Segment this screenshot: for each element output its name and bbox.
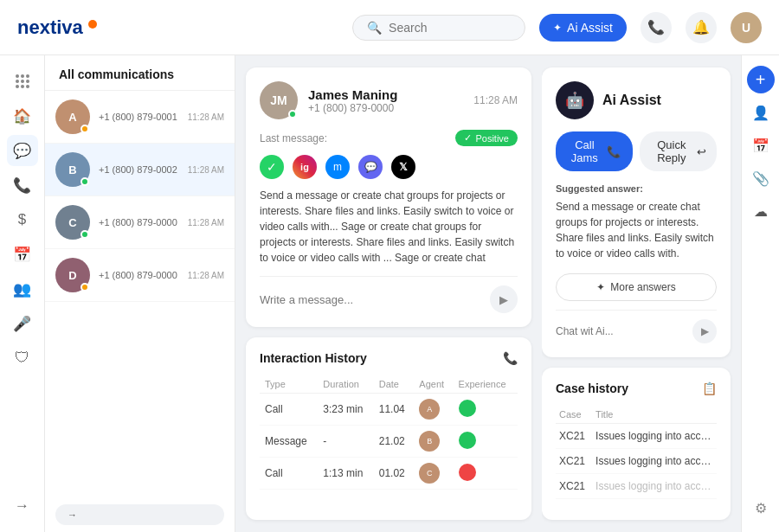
- list-item[interactable]: D +1 (800) 879-0000 11:28 AM: [45, 249, 235, 302]
- conv-info: +1 (800) 879-0002: [99, 164, 179, 175]
- sidebar-item-phone[interactable]: 📞: [7, 170, 38, 201]
- phone-icon: 📞: [13, 176, 31, 195]
- search-icon: 🔍: [367, 21, 382, 35]
- sentiment-badge: ✓ Positive: [455, 130, 518, 146]
- table-row: XC21 Issues logging into account....: [556, 449, 717, 474]
- arrow-icon: →: [68, 510, 77, 520]
- case-history-card: Case history 📋 Case Title XC21 Issues lo…: [542, 368, 731, 520]
- row-exp: [454, 426, 518, 458]
- agent-avatar: C: [419, 463, 440, 484]
- chat-user-info: James Maning +1 (800) 879-0000: [308, 87, 463, 114]
- avatar[interactable]: U: [731, 12, 762, 43]
- case-card-header: Case history 📋: [556, 381, 717, 395]
- row-date: 21.02: [374, 426, 415, 458]
- send-button[interactable]: ▶: [490, 285, 518, 313]
- call-james-button[interactable]: Call Jams 📞: [556, 131, 633, 171]
- conv-time-area: 11:28 AM: [188, 218, 224, 228]
- conv-phone: +1 (800) 879-0000: [99, 270, 179, 280]
- case-icon: 📋: [702, 381, 717, 395]
- sidebar-item-home[interactable]: 🏠: [7, 100, 38, 131]
- sidebar-item-grid[interactable]: [7, 66, 38, 97]
- list-item[interactable]: C +1 (800) 879-0000 11:28 AM: [45, 196, 235, 249]
- list-item[interactable]: A +1 (800) 879-0001 11:28 AM: [45, 91, 235, 144]
- chat-body-text: Send a message or create chat groups for…: [260, 188, 518, 266]
- conv-time: 11:28 AM: [188, 218, 224, 228]
- col-experience: Experience: [454, 375, 518, 394]
- logo: nextiva: [17, 16, 97, 39]
- sidebar-item-shield[interactable]: 🛡: [7, 343, 38, 374]
- phone-icon: 📞: [607, 145, 621, 158]
- paperclip-button[interactable]: 📎: [747, 164, 775, 192]
- col-duration: Duration: [318, 375, 373, 394]
- row-duration: 1:13 min: [318, 458, 373, 490]
- quick-reply-button[interactable]: Quick Reply ↩: [640, 131, 717, 171]
- grid-icon: [16, 74, 29, 88]
- row-agent: B: [414, 426, 453, 458]
- list-item[interactable]: B +1 (800) 879-0002 11:28 AM: [45, 144, 235, 196]
- add-button[interactable]: +: [747, 66, 775, 93]
- conversations-list: A +1 (800) 879-0001 11:28 AM B +1 (800) …: [45, 91, 235, 497]
- refresh-icon: ↩: [697, 145, 706, 158]
- logo-dot: [88, 20, 97, 29]
- chat-user-phone: +1 (800) 879-0000: [308, 102, 463, 114]
- history-title: Interaction History: [260, 351, 367, 365]
- top-nav: nextiva 🔍 ✦ Ai Assist 📞 🔔 U: [0, 0, 779, 55]
- sidebar-item-calendar[interactable]: 📅: [7, 239, 38, 270]
- home-icon: 🏠: [13, 107, 31, 125]
- ai-logo-icon: 🤖: [565, 91, 584, 110]
- table-row: Message - 21.02 B: [260, 426, 518, 458]
- ai-assist-label: Ai Assist: [567, 21, 613, 35]
- whatsapp-icon[interactable]: ✓: [260, 155, 284, 179]
- chat-input[interactable]: [260, 293, 483, 306]
- more-answers-label: More answers: [610, 281, 675, 293]
- chat-user-avatar: JM: [260, 81, 298, 119]
- search-bar[interactable]: 🔍: [352, 15, 525, 41]
- chat-user-name: James Maning: [308, 87, 463, 102]
- instagram-icon[interactable]: ig: [293, 155, 317, 179]
- calendar-button[interactable]: 📅: [747, 131, 775, 159]
- conv-phone: +1 (800) 879-0002: [99, 164, 179, 175]
- check-icon: ✓: [464, 132, 472, 144]
- sidebar-item-arrow[interactable]: →: [7, 490, 38, 522]
- twitter-icon[interactable]: 𝕏: [391, 155, 415, 179]
- case-id[interactable]: XC21: [556, 449, 592, 474]
- ai-chat-input[interactable]: [556, 325, 686, 337]
- ai-send-button[interactable]: ▶: [692, 319, 717, 343]
- row-agent: A: [414, 394, 453, 426]
- arrow-button[interactable]: →: [55, 504, 224, 525]
- ai-input-row: ▶: [556, 310, 717, 343]
- far-right-sidebar: + 👤 📅 📎 ☁ ⚙: [741, 55, 779, 532]
- case-col-id: Case: [556, 406, 592, 424]
- table-row: Call 1:13 min 01.02 C: [260, 458, 518, 490]
- exp-dot-red: [459, 464, 476, 481]
- cloud-button[interactable]: ☁: [747, 197, 775, 225]
- case-id[interactable]: XC21: [556, 474, 592, 499]
- conversations-header: All communications: [45, 55, 235, 91]
- table-row: Call 3:23 min 11.04 A: [260, 394, 518, 426]
- search-input[interactable]: [389, 21, 510, 35]
- more-answers-button[interactable]: ✦ More answers: [556, 273, 717, 301]
- chat-icon[interactable]: 💬: [358, 155, 383, 179]
- row-type: Call: [260, 458, 318, 490]
- bell-icon: 🔔: [692, 19, 710, 35]
- settings-button[interactable]: ⚙: [747, 494, 775, 522]
- history-card-header: Interaction History 📞: [260, 351, 518, 365]
- left-sidebar: 🏠 💬 📞 $ 📅 👥 🎤 🛡 →: [0, 55, 45, 532]
- sidebar-item-users[interactable]: 👥: [7, 273, 38, 304]
- conv-time-area: 11:28 AM: [188, 271, 224, 280]
- ai-assist-button[interactable]: ✦ Ai Assist: [539, 14, 627, 42]
- exp-dot-green: [459, 432, 476, 449]
- interaction-history-card: Interaction History 📞 Type Duration Date…: [246, 337, 531, 520]
- bell-button[interactable]: 🔔: [686, 12, 717, 43]
- messenger-icon[interactable]: m: [325, 155, 350, 179]
- phone-button[interactable]: 📞: [641, 12, 672, 43]
- person-button[interactable]: 👤: [747, 99, 775, 126]
- case-col-title: Title: [592, 406, 717, 424]
- conv-info: +1 (800) 879-0001: [99, 112, 179, 122]
- case-id[interactable]: XC21: [556, 424, 592, 449]
- sidebar-item-chat[interactable]: 💬: [7, 135, 38, 166]
- sidebar-item-mic[interactable]: 🎤: [7, 308, 38, 339]
- row-date: 11.04: [374, 394, 415, 426]
- chat-input-row: ▶: [260, 276, 518, 313]
- sidebar-item-billing[interactable]: $: [7, 204, 38, 235]
